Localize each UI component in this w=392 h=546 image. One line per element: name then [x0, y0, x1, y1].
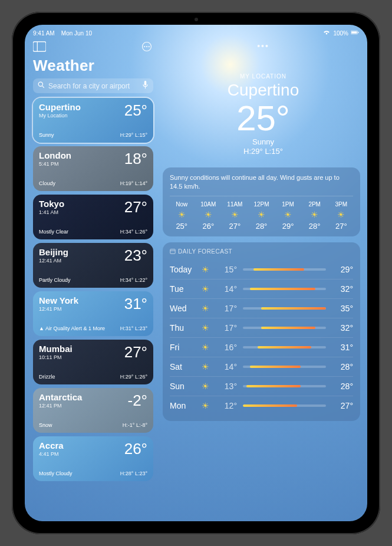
day-row: Wed☀︎17°35°	[170, 298, 353, 318]
city-temp: 23°	[124, 248, 147, 263]
svg-point-6	[144, 46, 145, 47]
daily-forecast-panel[interactable]: DAILY FORECAST Today☀︎15°29°Tue☀︎14°32°W…	[163, 242, 360, 421]
day-row: Sat☀︎14°28°	[170, 357, 353, 376]
sidebar-toggle-icon[interactable]	[33, 41, 46, 54]
day-name: Wed	[170, 304, 197, 313]
city-sub: 10:11 PM	[39, 354, 73, 360]
city-card[interactable]: Beijing12:41 AM23°Partly CloudyH:34° L:2…	[33, 243, 153, 288]
battery-icon	[351, 29, 359, 37]
city-temp: 27°	[124, 199, 147, 215]
city-temp: 31°	[124, 296, 147, 311]
temp-range-bar	[243, 404, 326, 407]
location-temp: 25°	[159, 101, 367, 136]
city-condition: Mostly Clear	[39, 229, 68, 235]
day-low: 17°	[213, 323, 237, 333]
city-high-low: H:29° L:26°	[120, 374, 147, 380]
day-low: 14°	[213, 362, 237, 371]
search-field[interactable]	[33, 78, 153, 93]
temp-range-bar	[243, 366, 326, 368]
sun-icon: ☀︎	[337, 210, 345, 219]
city-high-low: H:34° L:26°	[120, 229, 147, 235]
svg-point-8	[149, 46, 150, 47]
city-condition: Drizzle	[39, 374, 55, 380]
hour-column: Now☀︎25°	[170, 201, 193, 231]
city-sub: 12:41 PM	[39, 403, 82, 409]
battery-pct: 100%	[333, 30, 348, 37]
svg-rect-13	[170, 249, 175, 254]
city-temp: 27°	[124, 344, 147, 360]
city-condition: Cloudy	[39, 180, 55, 186]
day-low: 17°	[213, 304, 237, 313]
day-name: Sun	[170, 381, 197, 391]
city-temp: 18°	[124, 151, 147, 166]
city-temp: -2°	[127, 393, 147, 408]
day-low: 15°	[213, 265, 237, 274]
city-card[interactable]: Antarctica12:41 PM-2°SnowH:-1° L:-8°	[33, 388, 153, 433]
sun-icon: ☀︎	[197, 363, 213, 371]
day-name: Today	[170, 265, 197, 274]
city-high-low: H:29° L:15°	[120, 132, 147, 138]
day-row: Sun☀︎13°28°	[170, 376, 353, 396]
svg-point-7	[146, 46, 147, 47]
sun-icon: ☀︎	[197, 402, 213, 410]
city-condition: Snow	[39, 422, 52, 428]
day-row: Today☀︎15°29°	[170, 260, 353, 279]
city-name: Antarctica	[39, 393, 82, 402]
city-name: Tokyo	[39, 199, 64, 208]
city-condition: ▲ Air Quality Alert & 1 More	[39, 325, 105, 331]
temp-range-bar	[243, 307, 326, 310]
day-row: Thu☀︎17°32°	[170, 318, 353, 337]
city-name: Beijing	[39, 248, 68, 256]
location-high-low: H:29° L:15°	[159, 147, 367, 156]
sun-icon: ☀︎	[197, 285, 213, 293]
temp-range-bar	[243, 268, 326, 271]
location-label: MY LOCATION	[159, 73, 367, 80]
svg-rect-2	[358, 32, 358, 33]
city-high-low: H:31° L:23°	[120, 325, 147, 331]
city-high-low: H:19° L:14°	[120, 180, 147, 186]
temp-range-bar	[243, 327, 326, 329]
city-high-low: H:-1° L:-8°	[123, 422, 147, 428]
day-high: 32°	[332, 323, 353, 333]
city-sub: 12:41 PM	[39, 306, 78, 312]
search-input[interactable]	[48, 82, 139, 90]
day-name: Mon	[170, 401, 197, 410]
city-temp: 25°	[124, 103, 147, 118]
city-card[interactable]: New York12:41 PM31°▲ Air Quality Alert &…	[33, 291, 153, 336]
sun-icon: ☀︎	[284, 210, 292, 219]
location-condition: Sunny	[159, 137, 367, 146]
more-icon[interactable]	[140, 41, 153, 54]
temp-range-bar	[243, 288, 326, 290]
day-high: 27°	[332, 401, 353, 410]
day-high: 29°	[332, 265, 353, 274]
day-high: 28°	[332, 362, 353, 371]
forecast-summary: Sunny conditions will continue all day. …	[170, 173, 353, 196]
city-card[interactable]: Tokyo1:41 AM27°Mostly ClearH:34° L:26°	[33, 195, 153, 239]
city-name: New York	[39, 296, 78, 305]
city-card[interactable]: Accra4:41 PM26°Mostly CloudyH:28° L:23°	[33, 436, 153, 481]
svg-line-10	[42, 86, 44, 88]
hour-column: 11AM☀︎27°	[223, 201, 246, 231]
day-low: 13°	[213, 381, 237, 391]
day-high: 35°	[332, 304, 353, 313]
sidebar-title: Weather	[33, 57, 153, 75]
city-card[interactable]: London5:41 PM18°CloudyH:19° L:14°	[33, 146, 153, 191]
page-dots[interactable]: •••	[159, 41, 367, 51]
svg-rect-11	[144, 81, 147, 85]
city-card[interactable]: Mumbai10:11 PM27°DrizzleH:29° L:26°	[33, 340, 153, 384]
sun-icon: ☀︎	[197, 304, 213, 313]
hour-column: 3PM☀︎27°	[330, 201, 353, 231]
statusbar-time: 9:41 AM	[33, 30, 55, 37]
city-condition: Sunny	[39, 132, 54, 138]
day-row: Mon☀︎12°27°	[170, 396, 353, 415]
city-sub: 5:41 PM	[39, 161, 71, 167]
sun-icon: ☀︎	[258, 210, 265, 219]
wifi-icon	[322, 29, 331, 37]
calendar-icon	[170, 248, 176, 255]
svg-point-9	[38, 82, 42, 86]
city-name: London	[39, 151, 71, 160]
mic-icon[interactable]	[142, 81, 149, 91]
city-card[interactable]: CupertinoMy Location25°SunnyH:29° L:15°	[33, 98, 153, 143]
daily-title: DAILY FORECAST	[178, 248, 232, 255]
hourly-forecast-panel[interactable]: Sunny conditions will continue all day. …	[163, 167, 360, 236]
